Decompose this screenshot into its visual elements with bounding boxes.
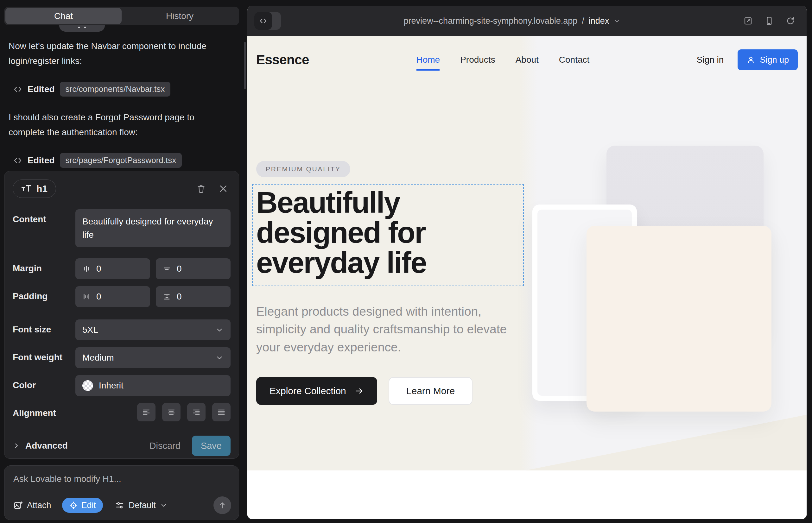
font-size-row: Font size 5XL (13, 320, 231, 340)
sign-up-button[interactable]: Sign up (738, 49, 798, 70)
chat-message: Now let's update the Navbar component to… (8, 39, 230, 68)
file-badge[interactable]: src/pages/ForgotPassword.tsx (60, 153, 182, 168)
margin-x-value: 0 (96, 264, 101, 274)
align-justify-button[interactable] (212, 403, 231, 421)
site-canvas: Essence Home Products About Contact Sign… (247, 36, 807, 519)
font-weight-value: Medium (82, 353, 114, 363)
chevron-down-icon (614, 17, 620, 24)
site-logo[interactable]: Essence (256, 52, 309, 68)
save-button[interactable]: Save (192, 436, 231, 456)
selected-element-pill[interactable]: h1 (13, 180, 56, 198)
padding-y-value: 0 (177, 292, 182, 302)
preview-pane: preview--charming-site-symphony.lovable.… (247, 6, 807, 519)
selected-element-tag: h1 (36, 183, 48, 194)
editor-header: h1 (13, 180, 231, 198)
open-external-icon[interactable] (743, 16, 753, 26)
content-input[interactable]: Beautifully designed for everyday life (75, 209, 231, 247)
edited-file-row[interactable]: Edited src/pages/ForgotPassword.tsx (13, 153, 236, 168)
padding-x-input[interactable]: 0 (75, 286, 150, 307)
chevron-down-icon (160, 502, 167, 509)
selected-element-outline[interactable]: Beautifully designed for everyday life (252, 184, 524, 286)
margin-x-icon (82, 265, 91, 273)
padding-y-input[interactable]: 0 (156, 286, 231, 307)
color-select[interactable]: Inherit (75, 375, 231, 396)
hero-image-placeholder-cream (586, 226, 772, 412)
sidebar: Chat History Now let's update the Navbar… (0, 0, 247, 523)
alignment-row: Alignment (13, 403, 231, 421)
site-navbar: Essence Home Products About Contact Sign… (247, 36, 807, 84)
preview-actions (743, 16, 795, 26)
edited-label: Edited (28, 84, 55, 94)
color-value: Inherit (99, 381, 124, 391)
chat-scrollbar[interactable] (244, 42, 246, 89)
nav-link-products[interactable]: Products (460, 49, 495, 71)
chevron-down-icon (215, 326, 224, 334)
hero-paragraph: Elegant products designed with intention… (256, 303, 513, 357)
default-label: Default (128, 501, 156, 510)
attach-image-icon (13, 501, 23, 510)
sign-in-link[interactable]: Sign in (697, 55, 724, 65)
delete-element-button[interactable] (194, 181, 208, 196)
arrow-up-icon (218, 501, 227, 510)
font-size-label: Font size (13, 320, 75, 335)
send-button[interactable] (213, 497, 231, 514)
font-weight-row: Font weight Medium (13, 347, 231, 368)
margin-row: Margin 0 0 (13, 258, 231, 279)
attach-button[interactable]: Attach (13, 501, 51, 510)
code-icon (259, 16, 268, 25)
type-icon (21, 184, 32, 194)
trash-icon (196, 184, 206, 194)
file-badge[interactable]: src/components/Navbar.tsx (60, 82, 171, 96)
section-below-hero (247, 470, 807, 519)
align-justify-icon (217, 408, 226, 417)
code-preview-toggle[interactable] (254, 12, 281, 30)
refresh-icon[interactable] (786, 16, 795, 26)
tab-history[interactable]: History (122, 8, 238, 24)
edit-target-icon (69, 501, 78, 510)
editor-footer: Advanced Discard Save (13, 436, 231, 456)
margin-x-input[interactable]: 0 (75, 258, 150, 279)
mobile-view-icon[interactable] (765, 16, 774, 26)
quality-badge: PREMIUM QUALITY (256, 161, 350, 177)
nav-link-home[interactable]: Home (416, 49, 440, 71)
margin-y-icon (163, 265, 171, 273)
padding-x-icon (82, 292, 91, 301)
font-size-select[interactable]: 5XL (75, 320, 231, 340)
margin-y-input[interactable]: 0 (156, 258, 231, 279)
user-icon (746, 55, 755, 64)
close-editor-button[interactable] (216, 181, 231, 196)
tab-chat[interactable]: Chat (5, 8, 122, 24)
align-left-button[interactable] (137, 403, 156, 421)
chat-message: I should also create a Forgot Password p… (8, 110, 230, 140)
font-weight-select[interactable]: Medium (75, 347, 231, 368)
url-separator: / (582, 16, 584, 26)
advanced-toggle[interactable]: Advanced (13, 441, 68, 451)
font-weight-label: Font weight (13, 347, 75, 362)
preview-url[interactable]: preview--charming-site-symphony.lovable.… (281, 16, 743, 26)
discard-button[interactable]: Discard (149, 441, 180, 451)
nav-link-contact[interactable]: Contact (559, 49, 590, 71)
edited-file-row[interactable]: Edited src/components/Navbar.tsx (13, 82, 236, 96)
explore-collection-button[interactable]: Explore Collection (256, 377, 377, 405)
color-label: Color (13, 375, 75, 390)
align-right-button[interactable] (187, 403, 206, 421)
advanced-label: Advanced (25, 441, 68, 451)
hero-heading[interactable]: Beautifully designed for everyday life (256, 188, 484, 278)
margin-label: Margin (13, 258, 75, 273)
chevron-down-icon (215, 354, 224, 362)
attach-label: Attach (27, 501, 51, 510)
edit-mode-button[interactable]: Edit (62, 498, 103, 513)
content-label: Content (13, 209, 75, 224)
url-page: index (589, 16, 609, 26)
hero-section: Essence Home Products About Contact Sign… (247, 36, 807, 470)
code-toggle-knob (254, 12, 272, 30)
align-right-icon (192, 408, 201, 417)
sliders-icon (115, 501, 124, 510)
learn-more-button[interactable]: Learn More (389, 377, 473, 405)
chat-input-field[interactable] (13, 474, 230, 490)
align-center-button[interactable] (162, 403, 180, 421)
nav-link-about[interactable]: About (516, 49, 539, 71)
model-default-selector[interactable]: Default (115, 501, 167, 510)
padding-label: Padding (13, 286, 75, 301)
color-row: Color Inherit (13, 375, 231, 396)
